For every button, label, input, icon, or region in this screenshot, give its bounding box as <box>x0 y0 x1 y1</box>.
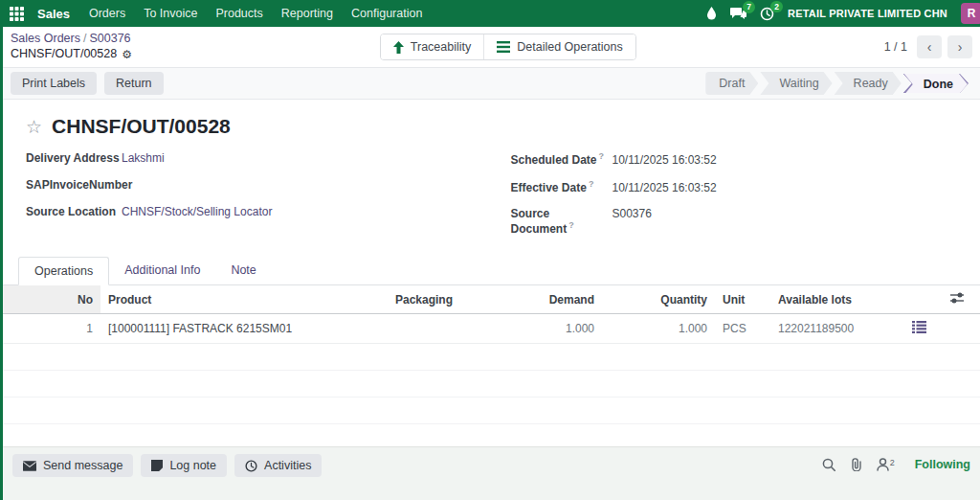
breadcrumb-separator: / <box>83 32 86 45</box>
status-bar: Draft Waiting Ready Done <box>703 72 969 95</box>
detailed-operations-button[interactable]: Detailed Operations <box>484 34 635 59</box>
print-labels-button[interactable]: Print Labels <box>11 72 97 95</box>
attachments-icon[interactable] <box>850 458 862 471</box>
breadcrumb-s00376[interactable]: S00376 <box>89 32 130 45</box>
tab-note[interactable]: Note <box>215 257 271 285</box>
clock-icon <box>245 460 257 472</box>
help-marker: ? <box>568 220 574 230</box>
traceability-button[interactable]: Traceability <box>381 34 484 59</box>
status-step-ready[interactable]: Ready <box>835 72 902 95</box>
field-sap-invoice-number: SAPInvoiceNumber <box>26 178 473 193</box>
top-navbar: Sales Orders To Invoice Products Reporti… <box>3 0 980 27</box>
send-message-button[interactable]: Send message <box>12 454 133 477</box>
effective-date-value[interactable]: 10/11/2025 16:03:52 <box>612 181 717 194</box>
scheduled-date-value[interactable]: 10/11/2025 16:03:52 <box>612 153 717 167</box>
followers-icon[interactable]: 2 <box>877 458 895 471</box>
column-header-product[interactable]: Product <box>100 285 388 314</box>
return-button[interactable]: Return <box>104 72 164 95</box>
nav-item-to-invoice[interactable]: To Invoice <box>144 7 197 20</box>
table-header-row: No Product Packaging Demand Quantity Uni… <box>3 285 980 314</box>
column-header-quantity[interactable]: Quantity <box>602 285 715 314</box>
nav-item-orders[interactable]: Orders <box>89 7 125 20</box>
note-icon <box>151 460 163 471</box>
cell-quantity[interactable]: 1.000 <box>602 314 715 344</box>
pager: 1 / 1 ‹ › <box>884 35 972 58</box>
breadcrumb: Sales Orders/S00376 CHNSF/OUT/00528 ⚙ <box>11 32 132 61</box>
user-avatar[interactable]: R <box>961 3 980 24</box>
cell-no: 1 <box>3 314 100 344</box>
messages-icon[interactable]: 7 <box>730 7 746 20</box>
field-source-location: Source Location CHNSF/Stock/Selling Loca… <box>26 205 473 219</box>
navbar-right: 7 2 RETAIL PRIVATE LIMITED CHN R <box>706 3 970 24</box>
company-switcher[interactable]: RETAIL PRIVATE LIMITED CHN <box>788 8 947 19</box>
pager-next-button[interactable]: › <box>947 35 972 58</box>
optional-columns-icon[interactable] <box>943 285 980 314</box>
cell-product[interactable]: [100001111] FASTRACK 6215SM01 <box>100 314 388 344</box>
follower-count: 2 <box>890 458 895 471</box>
smart-buttons: Traceability Detailed Operations <box>380 34 636 60</box>
column-header-unit[interactable]: Unit <box>715 285 770 314</box>
page-title: CHNSF/OUT/00528 <box>52 115 231 138</box>
status-step-draft[interactable]: Draft <box>705 72 758 95</box>
messages-badge: 7 <box>743 1 755 13</box>
cell-unit: PCS <box>715 314 770 344</box>
log-note-button[interactable]: Log note <box>141 454 227 477</box>
app-name[interactable]: Sales <box>37 7 70 21</box>
control-panel: Sales Orders/S00376 CHNSF/OUT/00528 ⚙ Tr… <box>3 27 980 67</box>
pager-previous-button[interactable]: ‹ <box>917 35 942 58</box>
app-window: Sales Orders To Invoice Products Reporti… <box>0 0 980 500</box>
tab-operations[interactable]: Operations <box>18 257 109 285</box>
field-scheduled-date: Scheduled Date? 10/11/2025 16:03:52 <box>511 151 958 167</box>
notebook-tabs: Operations Additional Info Note <box>3 257 980 285</box>
cell-packaging[interactable] <box>388 314 495 344</box>
nav-item-reporting[interactable]: Reporting <box>281 7 333 20</box>
form-fields: Delivery Address Lakshmi SAPInvoiceNumbe… <box>3 144 980 236</box>
record-actions-gear-icon[interactable]: ⚙ <box>122 49 132 60</box>
activities-icon[interactable]: 2 <box>760 7 774 21</box>
source-document-value[interactable]: S00376 <box>612 207 652 220</box>
status-step-done[interactable]: Done <box>903 74 969 93</box>
empty-row <box>3 371 980 398</box>
tab-additional-info[interactable]: Additional Info <box>109 257 215 285</box>
following-toggle[interactable]: Following <box>915 458 970 471</box>
activities-button[interactable]: Activities <box>234 454 322 477</box>
search-messages-icon[interactable] <box>822 458 835 471</box>
column-header-packaging[interactable]: Packaging <box>388 285 495 314</box>
activities-badge: 2 <box>770 1 783 13</box>
delivery-address-value[interactable]: Lakshmi <box>122 151 165 165</box>
empty-row <box>3 398 980 424</box>
favorite-star-icon[interactable]: ☆ <box>26 118 42 136</box>
table-row[interactable]: 1 [100001111] FASTRACK 6215SM01 1.000 1.… <box>3 314 980 344</box>
status-step-waiting[interactable]: Waiting <box>760 72 832 95</box>
list-bars-icon <box>497 41 510 53</box>
row-detailed-operations-icon[interactable] <box>895 314 943 344</box>
field-source-document: Source Document? S00376 <box>511 207 958 236</box>
chatter-bar: Send message Log note Activities 2 Follo… <box>3 446 980 500</box>
form-sheet: ☆ CHNSF/OUT/00528 Delivery Address Laksh… <box>3 100 980 446</box>
operations-table: No Product Packaging Demand Quantity Uni… <box>3 285 980 451</box>
help-marker: ? <box>589 179 594 189</box>
breadcrumb-active-record: CHNSF/OUT/00528 <box>11 47 117 62</box>
apps-grid-icon[interactable] <box>10 7 24 21</box>
column-header-available-lots[interactable]: Available lots <box>770 285 895 314</box>
cell-demand[interactable]: 1.000 <box>495 314 602 344</box>
pager-value: 1 / 1 <box>884 40 907 54</box>
nav-item-configuration[interactable]: Configuration <box>351 7 422 20</box>
help-marker: ? <box>599 151 605 161</box>
column-header-demand[interactable]: Demand <box>495 285 602 314</box>
envelope-icon <box>23 461 36 471</box>
field-delivery-address: Delivery Address Lakshmi <box>26 151 473 166</box>
column-header-no[interactable]: No <box>3 285 100 314</box>
arrow-up-icon <box>393 41 404 54</box>
field-effective-date: Effective Date? 10/11/2025 16:03:52 <box>511 179 958 194</box>
nav-item-products[interactable]: Products <box>215 7 262 20</box>
breadcrumb-sales-orders[interactable]: Sales Orders <box>11 32 80 45</box>
action-bar: Print Labels Return Draft Waiting Ready … <box>3 67 980 100</box>
source-location-value[interactable]: CHNSF/Stock/Selling Locator <box>122 205 272 218</box>
empty-row <box>3 344 980 371</box>
droplet-icon[interactable] <box>706 7 717 20</box>
cell-available-lots[interactable]: 122021189500 <box>770 314 895 344</box>
